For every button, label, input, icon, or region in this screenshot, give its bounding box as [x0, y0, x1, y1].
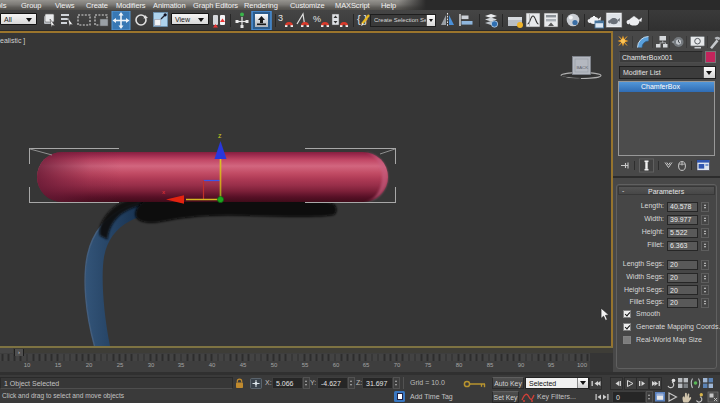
- svg-text:%: %: [313, 14, 321, 24]
- svg-text:z: z: [218, 132, 222, 139]
- svg-text:BACK: BACK: [576, 65, 588, 70]
- svg-text:x: x: [162, 189, 165, 195]
- svg-text:3: 3: [278, 13, 283, 23]
